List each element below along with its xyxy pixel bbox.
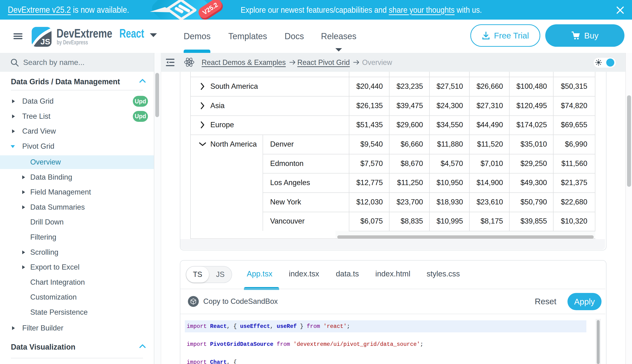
svg-text:JS: JS: [40, 37, 50, 46]
